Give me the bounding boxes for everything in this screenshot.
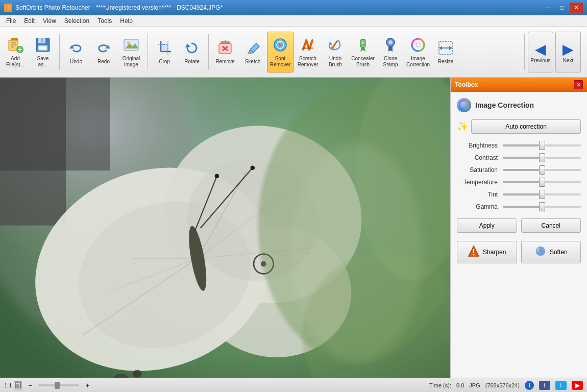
menu-view[interactable]: View (39, 16, 60, 26)
nav-buttons: ◀ Previous ▶ Next (528, 32, 581, 72)
redo-icon (94, 39, 113, 57)
toolbox-close-button[interactable]: ✕ (574, 80, 583, 89)
svg-point-44 (416, 43, 420, 47)
tool-sketch[interactable]: Sketch (239, 32, 266, 72)
auto-correction-row: ✨ Auto correction (457, 119, 581, 134)
clone-stamp-icon (381, 36, 400, 54)
time-value: 0.0 (456, 382, 464, 388)
brightness-slider[interactable] (503, 144, 581, 146)
tool-add-files[interactable]: AddFile(s)... (2, 32, 29, 72)
tool-remove[interactable]: Remove (212, 32, 238, 72)
saturation-row: Saturation (457, 166, 581, 174)
tool-original-image[interactable]: OriginalImage (118, 32, 144, 72)
svg-rect-30 (248, 53, 252, 54)
svg-rect-1 (11, 38, 18, 40)
concealer-brush-icon (354, 36, 372, 54)
zoom-minus[interactable]: − (28, 381, 32, 389)
remove-label: Remove (215, 59, 234, 65)
clone-stamp-label: CloneStamp (383, 56, 398, 68)
image-correction-panel-icon (457, 98, 471, 112)
image-correction-icon (409, 36, 427, 54)
file-format: JPG (469, 382, 480, 388)
svg-point-73 (133, 370, 141, 378)
tool-crop[interactable]: Crop (151, 32, 178, 72)
original-image-icon (122, 36, 140, 54)
crop-label: Crop (159, 59, 170, 65)
time-label: Time (s): (429, 382, 451, 388)
tool-image-correction[interactable]: ImageCorrection (405, 32, 431, 72)
cancel-button[interactable]: Cancel (521, 218, 581, 233)
temperature-slider[interactable] (503, 181, 581, 183)
toolbox-body: Image Correction ✨ Auto correction Brigh… (451, 92, 587, 378)
previous-label: Previous (531, 58, 551, 63)
titlebar-controls[interactable]: ─ □ ✕ (541, 3, 583, 13)
saturation-slider[interactable] (503, 169, 581, 171)
resize-icon (436, 39, 455, 57)
tint-label: Tint (457, 191, 503, 198)
zoom-slider[interactable] (38, 384, 79, 386)
minimize-button[interactable]: ─ (541, 3, 554, 13)
maximize-button[interactable]: □ (555, 3, 569, 13)
svg-point-35 (279, 44, 281, 46)
tool-clone-stamp[interactable]: CloneStamp (377, 32, 404, 72)
image-correction-panel-title: Image Correction (475, 101, 534, 109)
facebook-button[interactable]: f (539, 381, 550, 390)
image-correction-label: ImageCorrection (406, 56, 430, 68)
zoom-fit-button[interactable] (14, 381, 22, 389)
gamma-row: Gamma (457, 203, 581, 210)
tool-resize[interactable]: Resize (432, 32, 459, 72)
previous-button[interactable]: ◀ Previous (528, 32, 553, 72)
svg-point-69 (250, 165, 255, 170)
menu-selection[interactable]: Selection (60, 16, 93, 26)
contrast-slider[interactable] (503, 157, 581, 159)
next-button[interactable]: ▶ Next (555, 32, 581, 72)
twitter-button[interactable]: t (555, 381, 567, 390)
tool-rotate[interactable]: Rotate (179, 32, 205, 72)
tool-scratch-remover[interactable]: ScratchRemover (295, 32, 321, 72)
svg-marker-48 (449, 46, 452, 50)
tool-concealer-brush[interactable]: ConcealerBrush (350, 32, 376, 72)
svg-point-42 (388, 40, 393, 44)
apply-cancel-row: Apply Cancel (457, 218, 581, 233)
tool-spot-remover[interactable]: SpotRemover (267, 32, 294, 72)
sharpen-button[interactable]: Sharpen (457, 241, 517, 263)
resize-label: Resize (438, 59, 454, 65)
svg-rect-12 (39, 46, 46, 50)
tool-undo-brush[interactable]: UndoBrush (322, 32, 349, 72)
close-button[interactable]: ✕ (570, 3, 583, 13)
menu-help[interactable]: Help (116, 16, 137, 26)
rotate-label: Rotate (184, 59, 199, 65)
apply-button[interactable]: Apply (457, 218, 517, 233)
titlebar-left: 🎨 SoftOrbits Photo Retoucher - ****Unreg… (4, 4, 223, 12)
contrast-row: Contrast (457, 154, 581, 161)
svg-point-68 (215, 174, 219, 179)
menu-tools[interactable]: Tools (93, 16, 116, 26)
menu-file[interactable]: File (2, 16, 20, 26)
svg-rect-10 (41, 38, 43, 42)
next-icon: ▶ (562, 41, 574, 58)
undo-label: Undo (70, 59, 82, 65)
sketch-label: Sketch (245, 59, 261, 65)
info-button[interactable]: i (525, 381, 534, 390)
svg-point-81 (473, 254, 475, 255)
soften-button[interactable]: Soften (521, 241, 581, 263)
tint-slider[interactable] (503, 193, 581, 195)
menu-edit[interactable]: Edit (20, 16, 39, 26)
canvas-area[interactable] (0, 78, 450, 378)
svg-rect-36 (302, 47, 313, 49)
gamma-slider[interactable] (503, 206, 581, 208)
zoom-plus[interactable]: + (85, 381, 89, 389)
effect-row: Sharpen Soften (457, 241, 581, 263)
content-area: Toolbox ✕ Image Correction (0, 78, 587, 378)
toolbox-header: Toolbox ✕ (451, 78, 587, 92)
youtube-button[interactable]: ▶ (572, 381, 583, 390)
tool-undo[interactable]: Undo (63, 32, 89, 72)
dimensions: (768x576x24) (485, 382, 520, 388)
tool-save-as[interactable]: Saveas... (30, 32, 56, 72)
concealer-brush-label: ConcealerBrush (351, 56, 375, 68)
svg-rect-83 (16, 384, 19, 387)
auto-correction-button[interactable]: Auto correction (471, 119, 581, 134)
svg-point-40 (361, 41, 365, 45)
temperature-row: Temperature (457, 179, 581, 186)
tool-redo[interactable]: Redo (90, 32, 117, 72)
